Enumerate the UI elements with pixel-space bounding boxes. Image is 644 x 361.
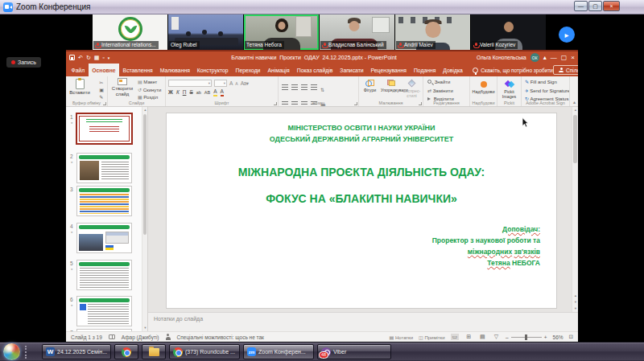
quick-styles-button[interactable]: Експрес-стилі	[402, 80, 421, 98]
tab-animations[interactable]: Анімація	[264, 64, 293, 76]
fit-slide-icon[interactable]	[569, 334, 573, 340]
reset-button[interactable]: Скинути	[138, 87, 161, 95]
format-painter-icon[interactable]: ✎	[99, 94, 104, 100]
start-orb-icon[interactable]	[3, 343, 20, 360]
tab-review[interactable]: Рецензування	[367, 64, 410, 76]
copy-icon[interactable]: ▣	[99, 87, 104, 92]
shrink-font-icon[interactable]	[235, 80, 237, 86]
bold-button[interactable]: Ж	[168, 89, 173, 96]
reading-view-icon[interactable]	[478, 334, 487, 340]
pickit-button[interactable]: Pickit Images	[499, 80, 519, 99]
paste-button[interactable]: Вставити	[68, 79, 92, 96]
qat-custom-icon[interactable]	[102, 55, 104, 60]
replace-button[interactable]: Замінити	[425, 87, 468, 96]
underline-button[interactable]: П	[183, 89, 187, 96]
tab-draw[interactable]: Малювання	[156, 64, 193, 76]
taskbar-viber-button[interactable]: 48 Viber	[317, 344, 391, 359]
scrollbar-thumb[interactable]	[573, 115, 577, 163]
ribbon-display-options-icon[interactable]	[543, 54, 547, 62]
next-slide-icon[interactable]	[572, 299, 578, 306]
taskbar-zoom-button[interactable]: zm Zoom Конферен...	[243, 344, 314, 359]
bullets-icon[interactable]	[282, 84, 288, 90]
addins-button[interactable]: Надбудови	[472, 81, 495, 94]
qat-caret-icon[interactable]	[108, 55, 110, 60]
tab-view[interactable]: Подання	[410, 64, 439, 76]
participant-tile-international-relations[interactable]: International relations...	[93, 14, 167, 50]
decrease-indent-icon[interactable]	[301, 84, 308, 90]
notes-pane[interactable]: Нотатки до слайда	[148, 312, 578, 331]
taskbar-roundcube-button[interactable]: (373) Roundcube ...	[169, 344, 240, 359]
slide-scrollbar[interactable]	[572, 107, 578, 312]
grow-font-icon[interactable]	[229, 80, 233, 86]
highlight-color-icon[interactable]: А	[213, 88, 217, 96]
numbering-icon[interactable]	[291, 84, 298, 90]
layout-button[interactable]: Макет	[138, 79, 161, 87]
slideshow-icon[interactable]	[94, 55, 100, 61]
slide-thumbnail-4[interactable]	[76, 223, 132, 253]
previous-slide-icon[interactable]	[572, 293, 578, 299]
recording-indicator[interactable]: Запись	[6, 57, 41, 68]
zoom-out-icon[interactable]	[506, 334, 509, 340]
tab-slideshow[interactable]: Показ слайдів	[293, 64, 336, 76]
ppt-minimize-button[interactable]	[551, 54, 557, 62]
share-button[interactable]: Спільний доступ	[553, 65, 578, 75]
line-spacing-icon[interactable]	[320, 80, 324, 95]
tab-home[interactable]: Основне	[89, 64, 119, 76]
thumbnail-scrollbar[interactable]	[142, 107, 147, 331]
font-color-icon[interactable]: А	[221, 88, 224, 96]
participant-tile-andrii-maiev[interactable]: Andrii Maiev	[395, 14, 470, 50]
scroll-up-icon[interactable]	[572, 107, 578, 113]
character-spacing-icon[interactable]: АВ	[204, 89, 210, 96]
slide-thumbnail-2[interactable]	[76, 153, 132, 183]
arrange-button[interactable]: Упорядкувати	[381, 80, 401, 98]
slide-canvas[interactable]: МІНІСТЕРСТВО ОСВІТИ І НАУКИ УКРАЇНИ ОДЕС…	[166, 113, 557, 309]
tab-help[interactable]: Довідка	[440, 64, 466, 76]
redo-icon[interactable]	[86, 55, 91, 61]
slide-thumbnail-1[interactable]	[76, 113, 133, 145]
taskbar-word-button[interactable]: W 24.12.2025 Семін...	[42, 344, 111, 359]
shapes-button[interactable]: Фігури	[361, 80, 379, 98]
zoom-track[interactable]	[511, 337, 542, 338]
notes-toggle[interactable]: Нотатки	[390, 334, 414, 340]
ppt-close-button[interactable]	[571, 54, 575, 62]
zoom-in-icon[interactable]	[544, 334, 547, 340]
next-participants-button[interactable]	[559, 27, 575, 43]
increase-indent-icon[interactable]	[311, 84, 317, 90]
close-button[interactable]	[603, 1, 620, 11]
send-for-signature-button[interactable]: Send for Signature	[523, 87, 568, 96]
taskbar-explorer-button[interactable]	[142, 344, 166, 359]
participant-tile-tetiana-neboha[interactable]: Тетяна Небога	[244, 14, 319, 50]
accessibility-status[interactable]: Спеціальні можливості: щось не так	[177, 334, 264, 340]
italic-button[interactable]: К	[176, 89, 180, 96]
scroll-up-icon[interactable]	[142, 107, 148, 113]
tab-file[interactable]: Файл	[68, 64, 89, 76]
font-name-select[interactable]	[168, 80, 212, 87]
account-name[interactable]: Ольга Конопельська	[477, 55, 526, 60]
tab-insert[interactable]: Вставлення	[119, 64, 156, 76]
scrollbar-thumb[interactable]	[143, 114, 147, 235]
slideshow-view-icon[interactable]	[493, 334, 500, 340]
cut-icon[interactable]: ✂	[99, 80, 104, 85]
scroll-down-icon[interactable]	[572, 306, 578, 312]
book-icon[interactable]	[109, 334, 115, 339]
find-button[interactable]: Знайти	[425, 78, 468, 87]
slide-thumbnail-6[interactable]	[76, 296, 132, 326]
taskbar-chrome-button[interactable]	[114, 344, 138, 359]
tab-transitions[interactable]: Переходи	[232, 64, 264, 76]
collapse-ribbon-icon[interactable]	[573, 99, 576, 105]
minimize-button[interactable]	[574, 1, 588, 11]
zoom-thumb[interactable]	[525, 334, 527, 340]
zoom-percent[interactable]: 56%	[553, 334, 564, 340]
participant-tile-oleg-rubel[interactable]: Oleg Rubel	[168, 14, 243, 50]
text-shadow-icon[interactable]: ab	[196, 89, 201, 96]
slide-sorter-view-icon[interactable]	[464, 334, 473, 340]
language-indicator[interactable]: Афар (Джибуті)	[122, 334, 159, 340]
tell-me-box[interactable]: Скажіть, що потрібно зробити	[481, 68, 553, 73]
slide-thumbnail-3[interactable]	[76, 186, 132, 216]
normal-view-icon[interactable]	[451, 334, 460, 340]
tab-design[interactable]: Конструктор	[193, 64, 232, 76]
participant-tile-vladyslav-balinskyi[interactable]: Владислав Балінський	[320, 14, 394, 50]
save-icon[interactable]	[69, 55, 75, 60]
tab-record[interactable]: Записати	[336, 64, 367, 76]
slide-thumbnail-5[interactable]	[76, 260, 132, 290]
